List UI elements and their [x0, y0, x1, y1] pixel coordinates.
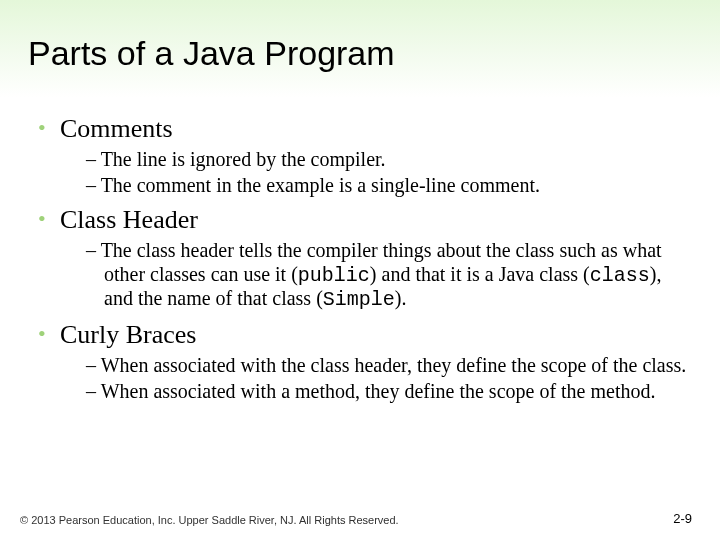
bullet-class-header: •Class Header: [38, 205, 688, 235]
slide-title: Parts of a Java Program: [28, 34, 395, 73]
bullet-label: Comments: [60, 114, 173, 143]
subbullet: – The comment in the example is a single…: [86, 174, 688, 198]
subbullet-text: The comment in the example is a single-l…: [101, 174, 540, 196]
dash-icon: –: [86, 380, 101, 402]
bullet-dot-icon: •: [38, 206, 60, 232]
subbullet: – When associated with the class header,…: [86, 354, 688, 378]
dash-icon: –: [86, 148, 101, 170]
bullet-dot-icon: •: [38, 321, 60, 347]
page-number: 2-9: [673, 511, 692, 526]
dash-icon: –: [86, 239, 101, 261]
slide-content: •Comments – The line is ignored by the c…: [38, 110, 688, 405]
dash-icon: –: [86, 354, 101, 376]
slide: Parts of a Java Program •Comments – The …: [0, 0, 720, 540]
subbullet-rich: The class header tells the compiler thin…: [101, 239, 662, 309]
bullet-dot-icon: •: [38, 115, 60, 141]
bullet-label: Curly Braces: [60, 320, 196, 349]
subbullet: – When associated with a method, they de…: [86, 380, 688, 404]
subbullet-text: When associated with the class header, t…: [101, 354, 687, 376]
subbullet: – The line is ignored by the compiler.: [86, 148, 688, 172]
subbullet-text: When associated with a method, they defi…: [101, 380, 656, 402]
bullet-curly-braces: •Curly Braces: [38, 320, 688, 350]
bullet-comments: •Comments: [38, 114, 688, 144]
bullet-label: Class Header: [60, 205, 198, 234]
subbullet: – The class header tells the compiler th…: [86, 239, 688, 312]
copyright-footer: © 2013 Pearson Education, Inc. Upper Sad…: [20, 514, 399, 526]
subbullet-text: The line is ignored by the compiler.: [101, 148, 386, 170]
dash-icon: –: [86, 174, 101, 196]
